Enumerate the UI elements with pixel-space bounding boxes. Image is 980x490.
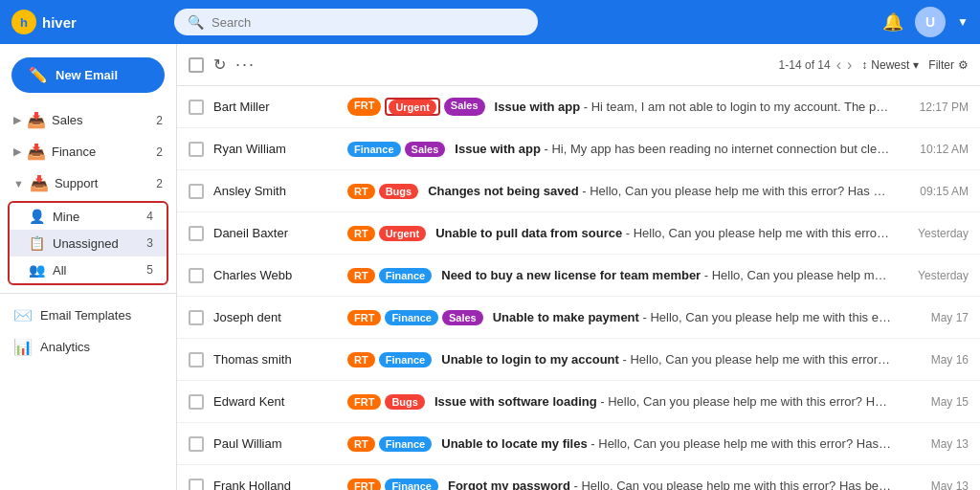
logo-text: hiver bbox=[42, 14, 77, 31]
sidebar-item-analytics[interactable]: 📊 Analytics bbox=[0, 331, 176, 363]
tag-finance: Finance bbox=[379, 436, 433, 452]
tag-rt: RT bbox=[347, 184, 375, 199]
inbox-icon-support: 📥 bbox=[30, 174, 49, 192]
table-row[interactable]: Bart Miller FRT Urgent Sales Issue with … bbox=[177, 86, 980, 128]
row-checkbox[interactable] bbox=[189, 352, 204, 368]
row-checkbox[interactable] bbox=[189, 310, 204, 325]
sidebar-group-sales: ▶ 📥 Sales 2 bbox=[0, 104, 176, 136]
sender-name: Edward Kent bbox=[213, 394, 338, 409]
person-icon: 👤 bbox=[29, 209, 45, 224]
urgent-highlight-box: Urgent bbox=[385, 98, 439, 116]
email-subject-preview: Issue with software loading - Hello, Can… bbox=[434, 394, 892, 409]
search-bar[interactable]: 🔍 bbox=[174, 9, 538, 35]
avatar-chevron-icon[interactable]: ▼ bbox=[957, 15, 969, 29]
clipboard-icon: 📋 bbox=[29, 235, 45, 251]
tag-rt: RT bbox=[347, 226, 375, 241]
email-time: May 13 bbox=[902, 437, 969, 451]
table-row[interactable]: Charles Webb RT Finance Need to buy a ne… bbox=[177, 255, 980, 297]
search-input[interactable] bbox=[212, 15, 524, 30]
sidebar-label-support: Support bbox=[55, 176, 150, 190]
row-checkbox[interactable] bbox=[189, 226, 204, 241]
next-page-icon[interactable]: › bbox=[847, 56, 852, 74]
row-checkbox[interactable] bbox=[189, 479, 204, 491]
tag-sales: Sales bbox=[444, 98, 485, 116]
more-options-icon[interactable]: ··· bbox=[235, 55, 256, 75]
sort-button[interactable]: ↕ Newest ▾ bbox=[861, 58, 919, 72]
email-subject-preview: Forgot my password - Hello, Can you plea… bbox=[448, 479, 892, 490]
email-time: May 13 bbox=[902, 479, 969, 491]
email-subject-preview: Unable to login to my account - Hello, C… bbox=[441, 352, 892, 367]
tag-urgent: Urgent bbox=[379, 226, 426, 241]
sidebar-item-finance[interactable]: ▶ 📥 Finance 2 bbox=[0, 136, 176, 167]
bell-icon[interactable]: 🔔 bbox=[882, 11, 903, 33]
email-subject-preview: Issue with app - Hi, My app has been rea… bbox=[455, 142, 892, 156]
sender-name: Joseph dent bbox=[213, 310, 338, 324]
sender-name: Ansley Smith bbox=[213, 184, 338, 198]
email-time: May 15 bbox=[902, 395, 969, 409]
tag-bugs: Bugs bbox=[379, 184, 419, 199]
row-checkbox[interactable] bbox=[189, 100, 204, 115]
main-layout: ✏️ New Email ▶ 📥 Sales 2 ▶ 📥 Finance 2 bbox=[0, 44, 980, 490]
search-icon: 🔍 bbox=[188, 14, 204, 30]
email-panel: ↻ ··· 1-14 of 14 ‹ › ↕ Newest ▾ Filter ⚙ bbox=[177, 44, 980, 490]
table-row[interactable]: Ansley Smith RT Bugs Changes not being s… bbox=[177, 170, 980, 212]
support-children-box: 👤 Mine 4 📋 Unassigned 3 👥 All 5 bbox=[8, 201, 168, 285]
sidebar-label-email-templates: Email Templates bbox=[40, 308, 163, 323]
filter-icon: ⚙ bbox=[958, 58, 969, 72]
sidebar-count-sales: 2 bbox=[156, 114, 163, 127]
sidebar-item-sales[interactable]: ▶ 📥 Sales 2 bbox=[0, 104, 176, 136]
sidebar-label-all: All bbox=[53, 263, 139, 278]
row-checkbox[interactable] bbox=[189, 268, 204, 283]
sidebar-label-sales: Sales bbox=[52, 113, 150, 127]
table-row[interactable]: Joseph dent FRT Finance Sales Unable to … bbox=[177, 297, 980, 339]
email-time: 12:17 PM bbox=[902, 100, 969, 114]
sidebar-item-all[interactable]: 👥 All 5 bbox=[10, 256, 167, 283]
sidebar-item-email-templates[interactable]: ✉️ Email Templates bbox=[0, 300, 176, 331]
tag-frt: FRT bbox=[347, 479, 381, 491]
table-row[interactable]: Paul William RT Finance Unable to locate… bbox=[177, 423, 980, 465]
tag-rt: RT bbox=[347, 436, 375, 452]
table-row[interactable]: Ryan William Finance Sales Issue with ap… bbox=[177, 128, 980, 170]
row-checkbox[interactable] bbox=[189, 184, 204, 199]
row-checkbox[interactable] bbox=[189, 142, 204, 157]
filter-label: Filter bbox=[928, 58, 954, 72]
email-tags: RT Bugs bbox=[347, 184, 418, 199]
tag-sales: Sales bbox=[405, 142, 446, 157]
table-row[interactable]: Frank Holland FRT Finance Forgot my pass… bbox=[177, 465, 980, 490]
table-row[interactable]: Edward Kent FRT Bugs Issue with software… bbox=[177, 381, 980, 423]
tag-urgent: Urgent bbox=[389, 100, 435, 115]
refresh-icon[interactable]: ↻ bbox=[213, 56, 226, 74]
sidebar-label-mine: Mine bbox=[53, 210, 139, 224]
chevron-right-icon-finance: ▶ bbox=[13, 145, 21, 158]
table-row[interactable]: Daneil Baxter RT Urgent Unable to pull d… bbox=[177, 212, 980, 255]
email-tags: FRT Urgent Sales bbox=[347, 98, 485, 116]
tag-rt: RT bbox=[347, 352, 375, 368]
sidebar-count-mine: 4 bbox=[146, 210, 153, 223]
avatar[interactable]: U bbox=[915, 7, 946, 37]
prev-page-icon[interactable]: ‹ bbox=[836, 56, 841, 74]
row-checkbox[interactable] bbox=[189, 394, 204, 410]
sidebar-item-support[interactable]: ▼ 📥 Support 2 bbox=[0, 167, 176, 199]
sender-name: Paul William bbox=[213, 436, 338, 451]
topbar: h hiver 🔍 🔔 U ▼ bbox=[0, 0, 980, 44]
email-subject-preview: Changes not being saved - Hello, Can you… bbox=[428, 184, 892, 198]
email-tags: FRT Bugs bbox=[347, 394, 425, 410]
email-subject-preview: Issue with app - Hi team, I am not able … bbox=[495, 100, 892, 114]
tag-finance: Finance bbox=[385, 310, 438, 325]
sidebar-item-mine[interactable]: 👤 Mine 4 bbox=[10, 203, 167, 230]
row-checkbox[interactable] bbox=[189, 436, 204, 452]
email-subject-preview: Need to buy a new license for team membe… bbox=[441, 268, 892, 282]
email-subject-preview: Unable to pull data from source - Hello,… bbox=[435, 226, 892, 240]
select-all-checkbox[interactable] bbox=[189, 57, 204, 73]
table-row[interactable]: Thomas smith RT Finance Unable to login … bbox=[177, 339, 980, 381]
sidebar-item-unassigned[interactable]: 📋 Unassigned 3 bbox=[10, 230, 167, 256]
group-icon: 👥 bbox=[29, 262, 45, 278]
filter-button[interactable]: Filter ⚙ bbox=[928, 58, 969, 72]
sidebar-label-analytics: Analytics bbox=[40, 340, 163, 354]
logo-icon: h bbox=[11, 10, 36, 34]
divider bbox=[0, 293, 176, 294]
tag-frt: FRT bbox=[347, 394, 381, 410]
new-email-button[interactable]: ✏️ New Email bbox=[11, 57, 165, 93]
inbox-icon-finance: 📥 bbox=[27, 143, 46, 161]
email-tags: FRT Finance Sales bbox=[347, 310, 483, 325]
